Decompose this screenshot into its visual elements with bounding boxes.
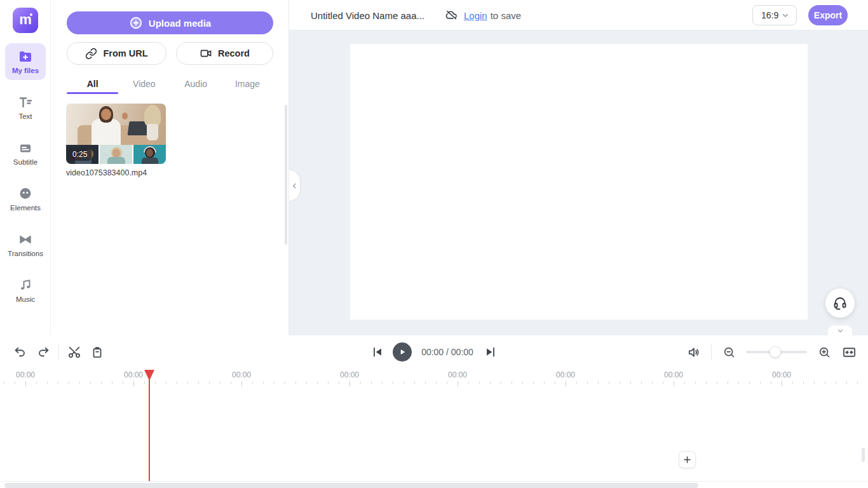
app-root: m My files Text Subtitle — [0, 0, 868, 488]
support-button[interactable] — [825, 288, 855, 318]
login-suffix-text: to save — [491, 10, 521, 21]
aspect-ratio-select[interactable]: 16:9 — [752, 5, 797, 25]
timeline-ruler-ticks — [0, 381, 868, 388]
sidebar-item-text[interactable]: Text — [5, 89, 46, 126]
zoom-slider-handle[interactable] — [770, 346, 781, 358]
collapse-canvas-tab[interactable] — [828, 325, 852, 336]
timeline-horizontal-scrollbar[interactable] — [4, 483, 698, 488]
cloud-off-icon — [445, 9, 458, 22]
aspect-ratio-value: 16:9 — [761, 10, 778, 20]
login-link[interactable]: Login — [464, 10, 487, 21]
thumbnail-main-frame — [66, 104, 166, 145]
media-item[interactable]: 0:25 video1075383400.mp4 — [66, 104, 166, 177]
duration-badge: 0:25 — [68, 149, 92, 161]
timeline-vertical-scrollbar[interactable] — [862, 448, 865, 462]
record-button[interactable]: Record — [176, 42, 273, 65]
sidebar-item-subtitle[interactable]: Subtitle — [5, 135, 46, 172]
toolbar-divider — [711, 344, 712, 360]
chevron-down-icon — [780, 10, 790, 20]
title-group: Untitled Video Name aaa... Login to save — [311, 0, 521, 30]
tab-image[interactable]: Image — [222, 74, 273, 93]
timeline-toolbar: 00:00 / 00:00 — [0, 336, 868, 369]
sidebar-item-elements[interactable]: Elements — [5, 180, 46, 217]
sidebar-nav: My files Text Subtitle Elements — [0, 43, 51, 318]
plus-circle-icon — [129, 16, 143, 30]
sidebar-item-label: Text — [18, 112, 32, 120]
tab-audio[interactable]: Audio — [170, 74, 222, 93]
time-display: 00:00 / 00:00 — [419, 347, 475, 357]
zoom-in-button[interactable] — [817, 344, 832, 360]
ruler-label: 00:00 — [448, 370, 467, 379]
video-camera-icon — [200, 47, 212, 60]
from-url-label: From URL — [103, 48, 147, 58]
tab-all[interactable]: All — [67, 74, 118, 93]
sidebar-item-label: Transitions — [8, 250, 43, 257]
ruler-label: 00:00 — [772, 370, 791, 379]
tab-label: All — [87, 79, 98, 89]
media-tabs: All Video Audio Image — [67, 74, 273, 93]
sidebar: m My files Text Subtitle — [0, 0, 51, 336]
subtitle-icon — [18, 140, 33, 156]
ruler-label: 00:00 — [124, 370, 143, 379]
timeline-bottom-divider — [0, 481, 868, 482]
video-thumbnail[interactable]: 0:25 — [66, 104, 166, 164]
ruler-label: 00:00 — [232, 370, 251, 379]
skip-to-end-button[interactable] — [483, 344, 498, 360]
sidebar-item-my-files[interactable]: My files — [5, 43, 46, 80]
chevron-left-icon — [290, 182, 299, 190]
sidebar-item-label: Music — [16, 295, 35, 303]
playhead-handle[interactable] — [144, 370, 154, 381]
active-tab-underline — [67, 92, 118, 94]
sidebar-item-transitions[interactable]: Transitions — [5, 226, 46, 263]
canvas-area — [289, 30, 868, 336]
logo-dot — [30, 13, 32, 16]
top-bar: Untitled Video Name aaa... Login to save… — [289, 0, 868, 30]
tab-label: Image — [235, 79, 260, 89]
view-tools — [686, 336, 857, 369]
sidebar-item-label: Elements — [10, 204, 41, 212]
transitions-icon — [18, 232, 33, 247]
headset-icon — [832, 295, 848, 311]
tab-label: Video — [133, 79, 156, 89]
sidebar-item-label: Subtitle — [13, 158, 37, 166]
media-panel-scrollbar[interactable] — [285, 105, 287, 245]
preview-canvas — [350, 44, 808, 320]
timeline-ruler[interactable]: 00:00 00:00 00:00 00:00 00:00 00:00 00:0… — [0, 369, 868, 388]
play-button[interactable] — [393, 342, 412, 362]
fit-to-screen-button[interactable] — [841, 344, 857, 360]
record-label: Record — [218, 48, 250, 58]
timeline: 00:00 / 00:00 — [0, 336, 868, 488]
sidebar-item-music[interactable]: Music — [5, 272, 46, 309]
ruler-label: 00:00 — [664, 370, 683, 379]
ruler-label: 00:00 — [556, 370, 575, 379]
tab-label: Audio — [184, 79, 207, 89]
upload-media-button[interactable]: Upload media — [67, 11, 273, 34]
from-url-button[interactable]: From URL — [67, 42, 166, 65]
media-panel: Upload media From URL Record All Video A… — [51, 0, 289, 336]
export-button[interactable]: Export — [808, 5, 848, 25]
project-title-field[interactable]: Untitled Video Name aaa... — [311, 10, 424, 21]
sidebar-item-label: My files — [12, 67, 39, 74]
skip-to-start-button[interactable] — [370, 344, 385, 360]
app-logo-icon[interactable]: m — [13, 8, 38, 33]
text-icon — [18, 95, 33, 110]
music-note-icon — [18, 278, 33, 293]
link-icon — [85, 48, 97, 60]
playhead-line — [149, 370, 150, 481]
upload-media-label: Upload media — [149, 18, 211, 29]
chevron-down-small-icon — [836, 327, 844, 335]
timeline-zoom-slider[interactable] — [746, 346, 807, 358]
ruler-label: 00:00 — [340, 370, 359, 379]
volume-button[interactable] — [686, 344, 702, 360]
sticker-smiley-icon — [18, 186, 33, 201]
media-filename: video1075383400.mp4 — [66, 168, 166, 177]
folder-plus-icon — [18, 49, 33, 64]
collapse-panel-tab[interactable] — [289, 170, 300, 201]
zoom-out-button[interactable] — [721, 344, 736, 360]
ruler-label: 00:00 — [16, 370, 35, 379]
tab-video[interactable]: Video — [118, 74, 170, 93]
add-track-button[interactable] — [679, 451, 696, 468]
